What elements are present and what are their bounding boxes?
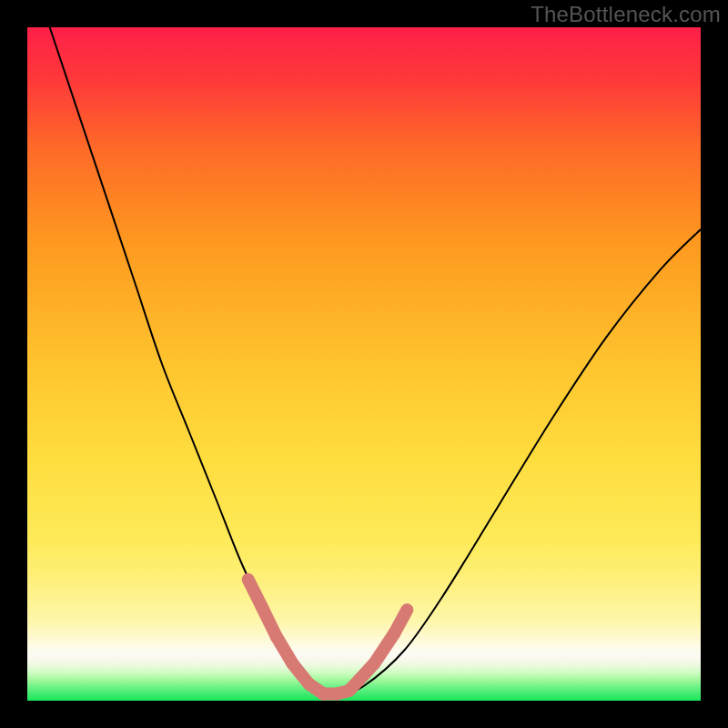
chart-container: TheBottleneck.com bbox=[0, 0, 728, 728]
plot-area bbox=[27, 27, 701, 701]
watermark-text: TheBottleneck.com bbox=[531, 2, 721, 27]
marker-pips bbox=[248, 580, 408, 694]
chart-svg bbox=[27, 27, 701, 701]
marker-pip bbox=[394, 610, 407, 633]
bottleneck-curve bbox=[27, 27, 701, 695]
